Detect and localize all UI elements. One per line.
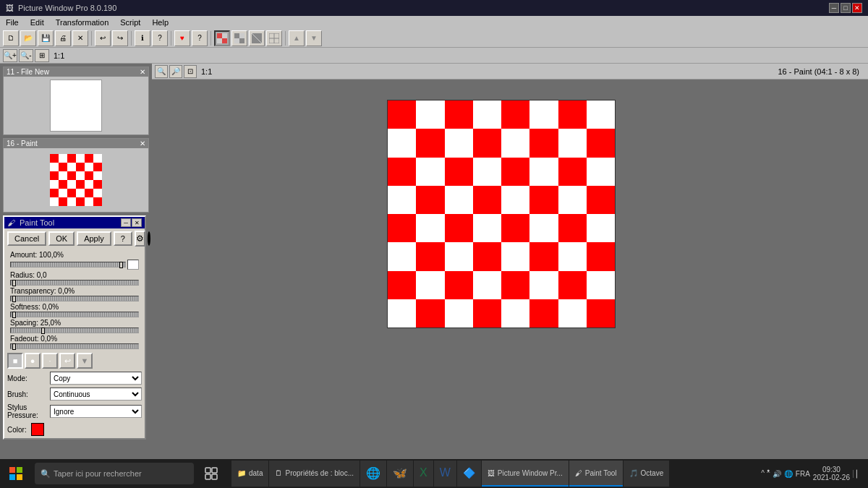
brush-select[interactable]: Continuous Dab [50, 388, 142, 401]
color-swatch[interactable] [31, 423, 44, 436]
checker-cell [558, 299, 587, 328]
small-checker-cell [76, 197, 85, 206]
extra-btn-1[interactable]: ▲ [289, 30, 305, 46]
menu-file[interactable]: File [3, 17, 22, 27]
separator-4 [210, 31, 211, 46]
taskbar-app-picturewindow[interactable]: 🖼 Picture Window Pr... [482, 461, 569, 487]
maximize-button[interactable]: □ [841, 3, 851, 13]
small-checker-cell [93, 197, 102, 206]
checker-cell [416, 129, 444, 157]
minimize-button[interactable]: ─ [829, 3, 839, 13]
zoom-out-button[interactable]: 🔍- [19, 49, 33, 62]
circle-empty-icon[interactable] [148, 231, 150, 246]
help-button[interactable]: ? [152, 30, 168, 46]
canvas-fit[interactable]: ⊡ [184, 65, 197, 78]
print-button[interactable]: 🖨 [55, 30, 71, 46]
menu-edit[interactable]: Edit [27, 17, 47, 27]
main-canvas[interactable] [387, 100, 616, 328]
thumbnail-2[interactable]: 16 - Paint ✕ [3, 138, 149, 213]
taskbar-app-octave[interactable]: 🎵 Octave [624, 461, 670, 487]
checker-cell [529, 214, 558, 242]
taskbar-search[interactable]: 🔍 Taper ici pour rechercher [35, 463, 194, 484]
checker-cell [587, 214, 615, 242]
brush-row: Brush: Continuous Dab [4, 386, 145, 402]
word-icon: W [440, 466, 451, 479]
redo-button[interactable]: ↪ [112, 30, 128, 46]
extra-btn-2[interactable]: ▼ [306, 30, 322, 46]
canvas-zoom-in[interactable]: 🔍 [155, 65, 168, 78]
show-desktop-button[interactable]: ▏ [853, 470, 862, 478]
menu-transformation[interactable]: Transformation [53, 17, 112, 27]
extra-help-button[interactable]: ? [192, 30, 208, 46]
taskbar-app-prop[interactable]: 🗒 Propriétés de : bloc... [269, 461, 359, 487]
brush-label: Brush: [7, 390, 47, 398]
network-icon[interactable]: 🌐 [784, 470, 793, 478]
task-view-button[interactable] [197, 459, 226, 488]
thumbnail-1-canvas [50, 80, 102, 132]
octave-icon: 🎵 [629, 469, 638, 477]
info-button[interactable]: ℹ [135, 30, 150, 46]
save-button[interactable]: 💾 [38, 30, 54, 46]
checker-cell [558, 100, 587, 129]
view-checker-3-button[interactable] [249, 30, 265, 46]
ok-button[interactable]: OK [48, 231, 75, 246]
undo-button[interactable]: ↩ [95, 30, 111, 46]
taskbar-app-data[interactable]: 📁 data [231, 461, 268, 487]
taskbar-app-other[interactable]: 🔷 [457, 461, 481, 487]
thumbnail-1-close[interactable]: ✕ [140, 68, 145, 76]
taskbar-app-word[interactable]: W [434, 461, 456, 487]
extra-paint-icon[interactable]: ▼ [77, 353, 93, 369]
checker-cell [529, 186, 558, 214]
mode-select[interactable]: Copy Normal Multiply [50, 372, 142, 385]
menu-script[interactable]: Script [117, 17, 143, 27]
brush-dot-icon[interactable]: · [42, 353, 58, 369]
small-checker-cell [59, 197, 67, 206]
close-doc-button[interactable]: ✕ [72, 30, 88, 46]
open-button[interactable]: 📂 [20, 30, 36, 46]
checker-cell [587, 242, 615, 270]
thumbnail-1[interactable]: 11 - File New ✕ [3, 67, 149, 135]
thumbnail-2-canvas [50, 154, 102, 206]
volume-icon[interactable]: 🔊 [773, 470, 781, 478]
paint-tool-panel: 🖌 Paint Tool ─ ✕ Cancel OK Apply ? ⚙ [3, 215, 146, 440]
taskbar-app-excel[interactable]: X [414, 461, 433, 487]
taskbar-app-prop-label: Propriétés de : bloc... [285, 469, 354, 477]
taskbar-app-chrome[interactable]: 🌐 [360, 461, 386, 487]
menu-help[interactable]: Help [149, 17, 171, 27]
checker-cell [388, 271, 416, 299]
taskbar-app-edge[interactable]: 🦋 [387, 461, 413, 487]
gear-icon[interactable]: ⚙ [135, 231, 145, 247]
paint-tool-minimize[interactable]: ─ [121, 218, 131, 227]
checker-cell [529, 271, 558, 299]
canvas-area: 🔍 🔎 ⊡ 1:1 16 - Paint (04:1 - 8 x 8) [152, 64, 868, 459]
checker-cell [529, 100, 558, 129]
undo-paint-icon[interactable]: ↩ [59, 353, 75, 369]
view-checker-2-button[interactable] [231, 30, 247, 46]
checker-cell [445, 186, 473, 214]
brush-circle-icon[interactable]: ● [25, 353, 41, 369]
view-checker-1-button[interactable] [214, 30, 230, 46]
help-pt-button[interactable]: ? [114, 231, 132, 246]
close-button[interactable]: ✕ [852, 3, 862, 13]
paint-tool-icon: 🖌 [7, 218, 15, 227]
checker-cell [501, 186, 529, 214]
canvas-zoom-out[interactable]: 🔎 [169, 65, 182, 78]
zoom-in-button[interactable]: 🔍+ [3, 49, 17, 62]
stylus-select[interactable]: Ignore Size Opacity [50, 405, 142, 418]
view-grid-button[interactable] [266, 30, 282, 46]
new-button[interactable]: 🗋 [3, 30, 19, 46]
zoom-fit-button[interactable]: ⊞ [35, 49, 49, 62]
small-checker-cell [59, 180, 67, 189]
paint-tool-close[interactable]: ✕ [132, 218, 142, 227]
cancel-button[interactable]: Cancel [7, 231, 46, 246]
thumbnail-2-close[interactable]: ✕ [140, 140, 145, 147]
checker-cell [529, 242, 558, 270]
apply-button[interactable]: Apply [77, 231, 111, 246]
start-button[interactable] [0, 459, 32, 488]
paint-tool-title-bar[interactable]: 🖌 Paint Tool ─ ✕ [4, 217, 145, 228]
favorite-button[interactable]: ♥ [174, 30, 190, 46]
spacing-label: Spacing: 25,0% [10, 319, 139, 327]
thumbnail-2-header: 16 - Paint ✕ [4, 139, 148, 148]
taskbar-app-painttool[interactable]: 🖌 Paint Tool [569, 461, 623, 487]
brush-square-icon[interactable]: ■ [7, 353, 23, 369]
